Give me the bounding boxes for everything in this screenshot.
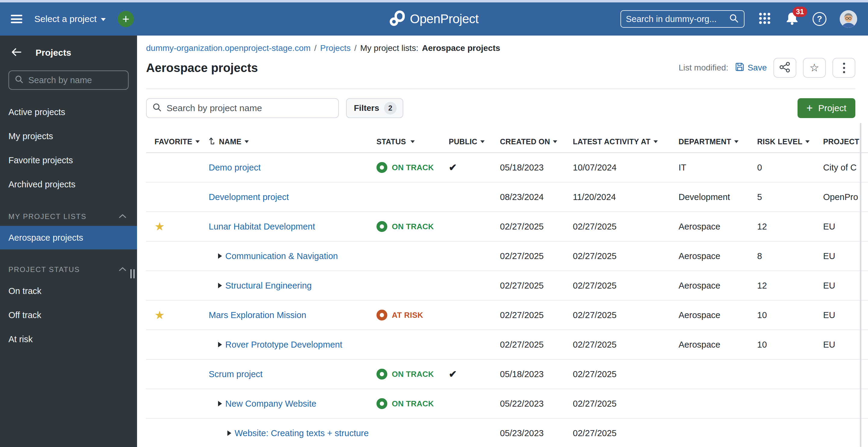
section-label: MY PROJECT LISTS [8,212,87,221]
filters-button[interactable]: Filters 2 [346,98,403,118]
header-divider [146,89,855,89]
project-name-link[interactable]: New Company Website [225,399,316,409]
caret-down-icon [410,140,415,143]
modules-grid-icon[interactable] [758,11,772,27]
save-icon [735,62,745,74]
favorite-star-icon[interactable]: ★ [155,309,165,321]
caret-down-icon [805,140,810,143]
table-row: Website: Creating texts + structure05/23… [146,419,868,447]
select-project-dropdown[interactable]: Select a project [34,14,106,24]
column-header-risk-level[interactable]: RISK LEVEL [757,137,823,146]
table-row: ★Mars Exploration MissionAT RISK02/27/20… [146,301,868,330]
column-header-favorite[interactable]: FAVORITE [146,137,209,146]
public-cell: ✔ [449,368,500,380]
check-icon: ✔ [449,162,457,173]
project-name-link[interactable]: Lunar Habitat Development [209,222,315,232]
column-header-latest-activity-at[interactable]: LATEST ACTIVITY AT [573,137,679,146]
column-header-name[interactable]: NAME [209,137,376,147]
save-list-link[interactable]: Save [735,62,767,74]
global-search-input[interactable] [626,14,729,24]
vertical-scrollbar[interactable] [860,123,861,447]
name-cell: Lunar Habitat Development [209,222,376,232]
top-bar: Select a project + OpenProject [0,2,868,35]
back-arrow-icon[interactable] [11,48,22,58]
project-name-link[interactable]: Website: Creating texts + structure [235,428,369,438]
risk-level-cell: 10 [757,310,823,320]
expand-arrow-icon[interactable] [218,401,222,406]
sidebar-search-input[interactable] [28,75,123,85]
expand-arrow-icon[interactable] [218,283,222,288]
caret-down-icon [245,140,249,143]
project-name-link[interactable]: Structural Engineering [225,281,312,291]
project-name-link[interactable]: Demo project [209,163,260,173]
expand-arrow-icon[interactable] [218,253,222,259]
status-cell: ON TRACK [376,221,449,232]
column-header-public[interactable]: PUBLIC [449,137,500,146]
project-name-link[interactable]: Development project [209,192,289,202]
sidebar-sections: MY PROJECT LISTSAerospace projectsPROJEC… [0,207,137,351]
created-on-cell: 05/23/2023 [500,428,573,438]
column-label: RISK LEVEL [757,137,802,146]
breadcrumb-prefix: My project lists: [360,43,418,53]
save-label: Save [747,63,767,72]
latest-activity-cell: 10/07/2024 [573,163,679,173]
chevron-up-icon [118,212,127,221]
project-name-link[interactable]: Scrum project [209,369,262,379]
projects-table: FAVORITENAMESTATUSPUBLICCREATED ONLATEST… [146,131,868,447]
quick-add-button[interactable]: + [118,11,134,27]
new-project-button[interactable]: + Project [798,98,855,118]
global-search [620,10,745,28]
share-icon [779,61,791,74]
column-header-status[interactable]: STATUS [376,137,449,146]
status-label: ON TRACK [392,222,434,231]
help-icon[interactable]: ? [813,12,827,26]
risk-level-cell: 10 [757,340,823,350]
more-options-button[interactable] [833,58,855,78]
column-label: CREATED ON [500,137,550,146]
breadcrumb-projects-link[interactable]: Projects [320,43,350,53]
favorite-list-button[interactable]: ☆ [803,58,826,78]
risk-level-cell: 8 [757,251,823,261]
sidebar-resize-handle[interactable] [130,269,135,278]
column-label: STATUS [376,137,406,146]
column-label: FAVORITE [155,137,192,146]
new-project-label: Project [818,103,846,113]
status-donut-icon [376,221,387,232]
sidebar-item-archived-projects[interactable]: Archived projects [0,172,137,197]
sidebar-section-project-status[interactable]: PROJECT STATUS [0,260,137,279]
notifications-bell-icon[interactable]: 31 [785,11,799,27]
department-cell: Aerospace [679,251,757,261]
expand-arrow-icon[interactable] [227,430,231,436]
project-name-link[interactable]: Mars Exploration Mission [209,310,306,320]
favorite-star-icon[interactable]: ★ [155,220,165,233]
sidebar-nav: Active projectsMy projectsFavorite proje… [0,100,137,197]
status-cell: ON TRACK [376,398,449,409]
expand-arrow-icon[interactable] [218,342,222,347]
sidebar-item-favorite-projects[interactable]: Favorite projects [0,148,137,172]
user-avatar[interactable] [840,10,857,28]
public-cell: ✔ [449,162,500,173]
created-on-cell: 02/27/2025 [500,222,573,232]
column-header-created-on[interactable]: CREATED ON [500,137,573,146]
sidebar-section-my-project-lists[interactable]: MY PROJECT LISTS [0,207,137,226]
share-list-button[interactable] [773,58,796,78]
status-donut-icon [376,369,387,380]
project-name-link[interactable]: Rover Prototype Development [225,340,342,350]
column-label: PROJECT [823,137,859,146]
breadcrumb-host-link[interactable]: dummy-organization.openproject-stage.com [146,43,311,53]
sidebar-item-aerospace-projects[interactable]: Aerospace projects [0,226,137,249]
project-name-link[interactable]: Communication & Navigation [225,251,338,261]
hamburger-menu-icon[interactable] [11,15,22,23]
sidebar-item-off-track[interactable]: Off track [0,303,137,327]
sidebar-item-at-risk[interactable]: At risk [0,327,137,351]
created-on-cell: 05/18/2023 [500,369,573,379]
project-search-input[interactable] [166,103,333,113]
sidebar-item-active-projects[interactable]: Active projects [0,100,137,124]
sidebar-item-on-track[interactable]: On track [0,279,137,303]
caret-down-icon [553,140,557,143]
column-header-department[interactable]: DEPARTMENT [679,137,757,146]
openproject-logo[interactable]: OpenProject [390,10,478,28]
status-label: AT RISK [392,310,423,320]
sort-ascending-icon [209,137,216,147]
sidebar-item-my-projects[interactable]: My projects [0,124,137,148]
